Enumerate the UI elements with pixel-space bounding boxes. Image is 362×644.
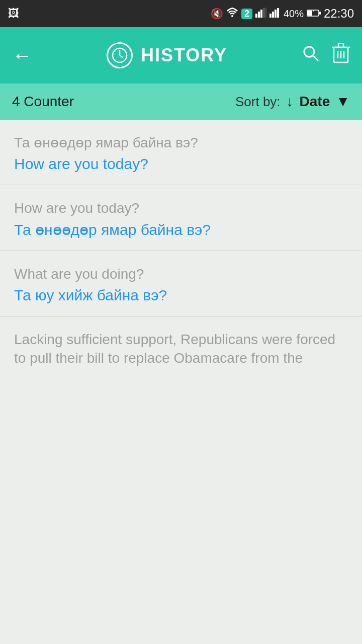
svg-rect-1	[255, 14, 257, 18]
mute-icon: 🔇	[211, 8, 223, 20]
app-bar-center: HISTORY	[107, 42, 227, 68]
history-list: Та өнөөдөр ямар байна вэ? How are you to…	[0, 120, 362, 385]
sort-date-label: Date	[300, 94, 330, 110]
sort-by-label: Sort by:	[235, 94, 281, 110]
svg-rect-8	[275, 10, 277, 18]
svg-point-0	[231, 15, 233, 17]
app-bar: ← HISTORY	[0, 27, 362, 84]
status-bar: 🖼 🔇 2	[0, 0, 362, 27]
back-button[interactable]: ←	[12, 44, 32, 67]
list-item[interactable]: How are you today? Та өнөөдөр ямар байна…	[0, 185, 362, 251]
page-title: HISTORY	[141, 45, 227, 66]
list-item[interactable]: Та өнөөдөр ямар байна вэ? How are you to…	[0, 120, 362, 185]
svg-rect-6	[269, 14, 272, 18]
sort-bar: 4 Counter Sort by: ↓ Date ▼	[0, 84, 362, 120]
delete-button[interactable]	[332, 43, 350, 68]
item-primary-text: What are you doing?	[14, 265, 348, 283]
counter-label: 4 Counter	[12, 94, 74, 110]
item-secondary-text: How are you today?	[14, 154, 348, 174]
sort-direction-icon: ↓	[287, 94, 294, 110]
svg-rect-2	[258, 12, 260, 18]
list-item[interactable]: Lacking sufficient support, Republicans …	[0, 316, 362, 385]
item-primary-text: How are you today?	[14, 199, 348, 217]
sort-controls[interactable]: Sort by: ↓ Date ▼	[235, 94, 350, 110]
battery-icon	[307, 8, 321, 20]
status-time: 22:30	[324, 7, 354, 21]
item-primary-text: Lacking sufficient support, Republicans …	[14, 331, 348, 367]
sim2-badge: 2	[241, 9, 252, 19]
svg-rect-3	[260, 10, 262, 18]
dropdown-arrow-icon[interactable]: ▼	[336, 94, 350, 110]
list-item[interactable]: What are you doing? Та юу хийж байна вэ?	[0, 251, 362, 316]
signal-icon	[255, 8, 266, 20]
history-clock-icon	[107, 42, 133, 68]
search-button[interactable]	[302, 44, 320, 67]
svg-rect-9	[277, 8, 279, 18]
svg-line-17	[313, 56, 318, 61]
svg-rect-4	[263, 8, 265, 18]
battery-percent: 40%	[284, 8, 304, 20]
svg-point-16	[304, 47, 314, 57]
status-bar-right: 🔇 2	[211, 7, 354, 21]
svg-rect-11	[319, 12, 321, 15]
svg-rect-5	[265, 8, 266, 18]
item-secondary-text: Та өнөөдөр ямар байна вэ?	[14, 220, 348, 239]
svg-line-15	[120, 55, 123, 57]
photo-icon: 🖼	[8, 7, 19, 20]
wifi-icon	[226, 8, 238, 20]
status-bar-left: 🖼	[8, 7, 19, 20]
svg-rect-7	[272, 12, 274, 18]
item-secondary-text: Та юу хийж байна вэ?	[14, 285, 348, 305]
svg-rect-12	[307, 11, 312, 16]
signal2-icon	[269, 8, 281, 20]
item-primary-text: Та өнөөдөр ямар байна вэ?	[14, 134, 348, 152]
